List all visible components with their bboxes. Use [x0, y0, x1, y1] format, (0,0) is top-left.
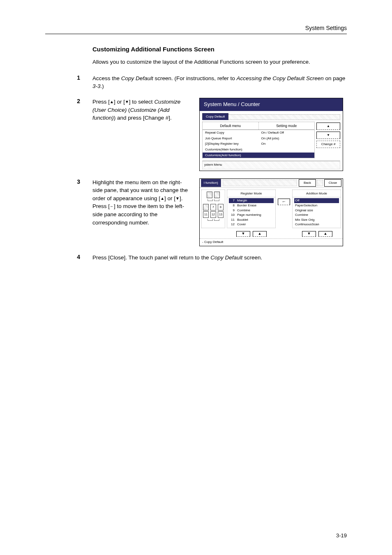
- cell: On / Default Off: [259, 130, 315, 136]
- up-triangle-icon: ▲: [110, 99, 114, 105]
- step-body: Highlight the menu item on the right-sid…: [92, 178, 347, 247]
- t: screen.: [242, 254, 262, 261]
- add-down-button[interactable]: ▼: [302, 231, 316, 237]
- screenshot-panel-2: l function) Back Close └──┘└──┘: [199, 178, 343, 247]
- t: ) and press [Change #].: [114, 115, 172, 121]
- th-setting-mode: Setting mode: [259, 122, 315, 130]
- fill: [317, 180, 323, 186]
- cell[interactable]: [2]Display Register key: [203, 141, 259, 147]
- t: Original size: [295, 208, 313, 213]
- t: Access the: [92, 75, 121, 81]
- t: Mix Size Orig: [295, 217, 315, 222]
- t: Margin: [237, 198, 247, 203]
- list-item[interactable]: 10Page numbering: [229, 213, 274, 217]
- panel1-table: Default menu Setting mode Repeat CopyOn …: [202, 122, 315, 158]
- close-button[interactable]: Close: [324, 179, 341, 187]
- n: 7: [230, 198, 235, 203]
- step-number: 2: [45, 98, 92, 171]
- fill: [223, 180, 297, 186]
- cell[interactable]: Job Queue Report: [203, 136, 259, 141]
- t: screen. (For instructions, refer to: [153, 75, 237, 81]
- panel2-footer: - Copy Default: [200, 238, 343, 246]
- t: Combine: [237, 208, 250, 213]
- t: 3-3: [92, 83, 101, 89]
- cell[interactable]: Customize(Main function): [203, 147, 259, 153]
- preview-cell: 8: [218, 204, 224, 210]
- preview-cell: [203, 204, 209, 210]
- move-left-column: ←: [277, 190, 291, 228]
- t: PaperSelection: [295, 203, 317, 208]
- list-item[interactable]: Mix Size Orig: [294, 217, 339, 222]
- t: on page: [324, 75, 346, 81]
- list-item[interactable]: ContinuousScan: [294, 222, 339, 227]
- reg-up-button[interactable]: ▲: [253, 231, 267, 237]
- t: Press [Close]. The touch panel will retu…: [92, 254, 210, 261]
- scroll-up-button[interactable]: ▲: [316, 123, 340, 130]
- back-button[interactable]: Back: [299, 179, 316, 187]
- addition-mode-header: Addition Mode: [293, 190, 341, 198]
- panel1-tab[interactable]: Copy Default: [202, 113, 228, 120]
- step-1: 1 Access the Copy Default screen. (For i…: [45, 74, 347, 90]
- section-title: Customizing Additional Functions Screen: [92, 46, 347, 53]
- cell: [259, 153, 315, 158]
- th-default-menu: Default menu: [203, 122, 259, 130]
- t: Copy Default: [121, 75, 153, 81]
- bracket: └──┘└──┘: [207, 199, 220, 203]
- t: Page numbering: [237, 213, 261, 217]
- n: 8: [230, 203, 235, 208]
- cell: On (All jobs): [259, 136, 315, 141]
- t: ] to select: [129, 99, 154, 105]
- page-number: 3-19: [336, 532, 347, 539]
- scroll-down-button[interactable]: ▼: [316, 132, 340, 139]
- bracket: └──┘└──┘: [207, 219, 220, 223]
- list-item[interactable]: 8Border Erase: [229, 203, 274, 208]
- step-body: Press [Close]. The touch panel will retu…: [92, 254, 347, 262]
- cell-selected[interactable]: Customize(Add function): [203, 153, 259, 158]
- list-item[interactable]: 12Cover: [229, 222, 274, 227]
- t: (: [127, 107, 130, 113]
- screenshot-panel-1: System Menu / Counter Copy Default Defau…: [199, 98, 343, 171]
- move-left-button[interactable]: ←: [278, 199, 290, 205]
- list-item[interactable]: Combine: [294, 213, 339, 217]
- n: 10: [230, 213, 235, 217]
- cell: [259, 147, 315, 153]
- step-text: Highlight the menu item on the right-sid…: [92, 178, 192, 247]
- addition-mode-column: Addition Mode Off PaperSelection Origina…: [292, 190, 341, 228]
- panel2-left-preview: └──┘└──┘ 7 8 11 12 13 └──┘└──: [201, 190, 225, 228]
- up-triangle-icon: ▲: [160, 196, 164, 202]
- panel2-tab[interactable]: l function): [201, 179, 221, 187]
- t: .): [101, 83, 104, 89]
- change-button[interactable]: Change #: [316, 141, 340, 148]
- preview-cell: 13: [218, 211, 224, 218]
- register-mode-header: Register Mode: [227, 190, 275, 198]
- left-arrow-icon: ←: [110, 204, 114, 210]
- reg-down-button[interactable]: ▼: [236, 231, 250, 237]
- cell[interactable]: Repeat Copy: [203, 130, 259, 136]
- step-text: Press [▲] or [▼] to select Customize (Us…: [92, 98, 192, 171]
- list-item-selected[interactable]: 7Margin: [229, 198, 274, 203]
- add-up-button[interactable]: ▲: [318, 231, 332, 237]
- step-number: 3: [45, 178, 92, 247]
- register-mode-column: Register Mode 7Margin 8Border Erase 9Com…: [227, 190, 276, 228]
- intro-text: Allows you to customize the layout of th…: [92, 58, 347, 66]
- list-item[interactable]: 9Combine: [229, 208, 274, 213]
- n: 12: [230, 222, 235, 227]
- list-item[interactable]: Original size: [294, 208, 339, 213]
- t: Combine: [295, 213, 308, 217]
- t: ] or [: [164, 195, 175, 201]
- panel1-title: System Menu / Counter: [200, 98, 343, 111]
- list-item[interactable]: 11Booklet: [229, 217, 274, 222]
- step-2: 2 Press [▲] or [▼] to select Customize (…: [45, 98, 347, 171]
- t: Border Erase: [237, 203, 256, 208]
- t: Copy Default: [210, 254, 242, 261]
- down-triangle-icon: ▼: [175, 196, 180, 202]
- header-rule: [45, 34, 347, 34]
- step-body: Press [▲] or [▼] to select Customize (Us…: [92, 98, 347, 171]
- step-body: Access the Copy Default screen. (For ins…: [92, 74, 347, 90]
- t: Press [: [92, 99, 110, 105]
- preview-cell: [214, 192, 220, 198]
- list-item[interactable]: PaperSelection: [294, 203, 339, 208]
- preview-cell: [207, 192, 212, 198]
- t: Cover: [237, 222, 246, 227]
- list-item-selected[interactable]: Off: [294, 198, 339, 203]
